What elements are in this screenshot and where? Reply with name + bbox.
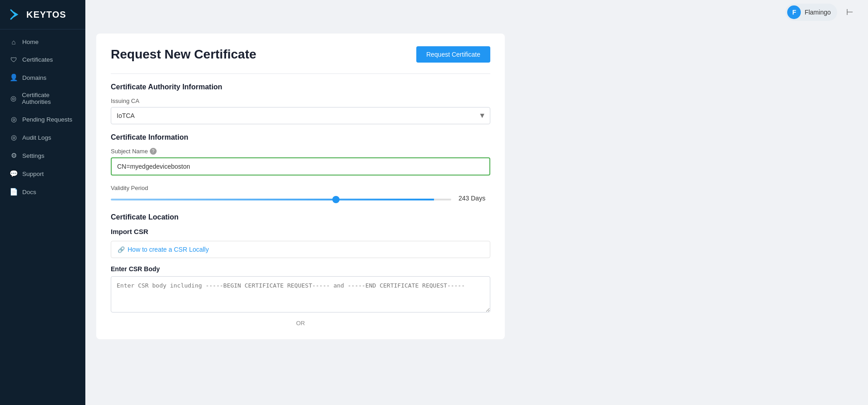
cert-location-title: Certificate Location bbox=[111, 213, 490, 221]
subject-name-label: Subject Name ? bbox=[111, 148, 490, 155]
ca-information-section: Certificate Authority Information Issuin… bbox=[111, 83, 490, 124]
sidebar-label-domains: Domains bbox=[22, 74, 46, 81]
sidebar-label-home: Home bbox=[22, 39, 39, 45]
sidebar-label-settings: Settings bbox=[22, 152, 44, 159]
ca-icon: ◎ bbox=[10, 94, 17, 102]
app-logo-text: KEYTOS bbox=[26, 10, 66, 20]
form-card: Request New Certificate Request Certific… bbox=[96, 34, 505, 339]
sidebar-label-pending: Pending Requests bbox=[22, 116, 72, 123]
sidebar-item-pending-requests[interactable]: ◎ Pending Requests bbox=[0, 110, 85, 128]
slider-wrap bbox=[111, 194, 451, 202]
topbar: F Flamingo ⊢ bbox=[85, 0, 868, 24]
external-link-icon: 🔗 bbox=[118, 246, 125, 253]
how-to-csr-box: 🔗 How to create a CSR Locally bbox=[111, 241, 490, 258]
support-icon: 💬 bbox=[10, 170, 18, 178]
home-icon: ⌂ bbox=[10, 38, 18, 46]
validity-period-slider[interactable] bbox=[111, 199, 451, 200]
validity-period-label: Validity Period bbox=[111, 185, 490, 191]
csr-body-textarea[interactable] bbox=[111, 276, 490, 312]
sidebar-item-settings[interactable]: ⚙ Settings bbox=[0, 146, 85, 165]
issuing-ca-dropdown-wrap: IoTCA RootCA IntermediateCA ▼ bbox=[111, 107, 490, 124]
logout-button[interactable]: ⊢ bbox=[843, 5, 857, 19]
validity-period-value: 243 Days bbox=[459, 195, 490, 202]
user-name: Flamingo bbox=[804, 9, 831, 16]
user-badge[interactable]: F Flamingo bbox=[785, 4, 837, 21]
domains-icon: 👤 bbox=[10, 73, 18, 82]
sidebar: KEYTOS ⌂ Home 🛡 Certificates 👤 Domains ◎… bbox=[0, 0, 85, 405]
sidebar-label-audit: Audit Logs bbox=[22, 134, 51, 141]
sidebar-nav: ⌂ Home 🛡 Certificates 👤 Domains ◎ Certif… bbox=[0, 29, 85, 405]
import-csr-title: Import CSR bbox=[111, 228, 490, 235]
card-header: Request New Certificate Request Certific… bbox=[111, 46, 490, 63]
or-divider: OR bbox=[111, 320, 490, 327]
sidebar-item-audit-logs[interactable]: ◎ Audit Logs bbox=[0, 128, 85, 146]
sidebar-label-support: Support bbox=[22, 171, 44, 177]
subject-name-help-icon[interactable]: ? bbox=[150, 148, 157, 155]
pending-icon: ◎ bbox=[10, 115, 18, 123]
sidebar-label-ca: Certificate Authorities bbox=[22, 92, 77, 105]
issuing-ca-select[interactable]: IoTCA RootCA IntermediateCA bbox=[111, 107, 490, 124]
header-divider bbox=[111, 73, 490, 74]
how-to-csr-link[interactable]: 🔗 How to create a CSR Locally bbox=[118, 246, 483, 253]
logo-icon bbox=[7, 6, 24, 23]
main-area: F Flamingo ⊢ Request New Certificate Req… bbox=[85, 0, 868, 405]
page-title: Request New Certificate bbox=[111, 47, 256, 62]
issuing-ca-label: Issuing CA bbox=[111, 98, 490, 104]
sidebar-item-home[interactable]: ⌂ Home bbox=[0, 33, 85, 51]
sidebar-item-domains[interactable]: 👤 Domains bbox=[0, 68, 85, 87]
docs-icon: 📄 bbox=[10, 188, 18, 196]
sidebar-item-support[interactable]: 💬 Support bbox=[0, 165, 85, 183]
validity-period-row: 243 Days bbox=[111, 194, 490, 202]
content-area: Request New Certificate Request Certific… bbox=[85, 24, 868, 405]
cert-information-section: Certificate Information Subject Name ? V… bbox=[111, 133, 490, 202]
settings-icon: ⚙ bbox=[10, 151, 18, 160]
certificates-icon: 🛡 bbox=[10, 56, 18, 63]
sidebar-label-certificates: Certificates bbox=[22, 56, 53, 63]
sidebar-item-certificate-authorities[interactable]: ◎ Certificate Authorities bbox=[0, 87, 85, 110]
csr-body-label: Enter CSR Body bbox=[111, 265, 490, 273]
request-certificate-button[interactable]: Request Certificate bbox=[416, 46, 490, 63]
cert-info-section-title: Certificate Information bbox=[111, 133, 490, 142]
logo-area: KEYTOS bbox=[0, 0, 85, 29]
audit-icon: ◎ bbox=[10, 133, 18, 142]
avatar: F bbox=[787, 5, 801, 19]
ca-section-title: Certificate Authority Information bbox=[111, 83, 490, 91]
sidebar-item-docs[interactable]: 📄 Docs bbox=[0, 183, 85, 201]
subject-name-input[interactable] bbox=[111, 157, 490, 176]
cert-location-section: Certificate Location Import CSR 🔗 How to… bbox=[111, 213, 490, 327]
sidebar-label-docs: Docs bbox=[22, 189, 36, 195]
sidebar-item-certificates[interactable]: 🛡 Certificates bbox=[0, 51, 85, 68]
